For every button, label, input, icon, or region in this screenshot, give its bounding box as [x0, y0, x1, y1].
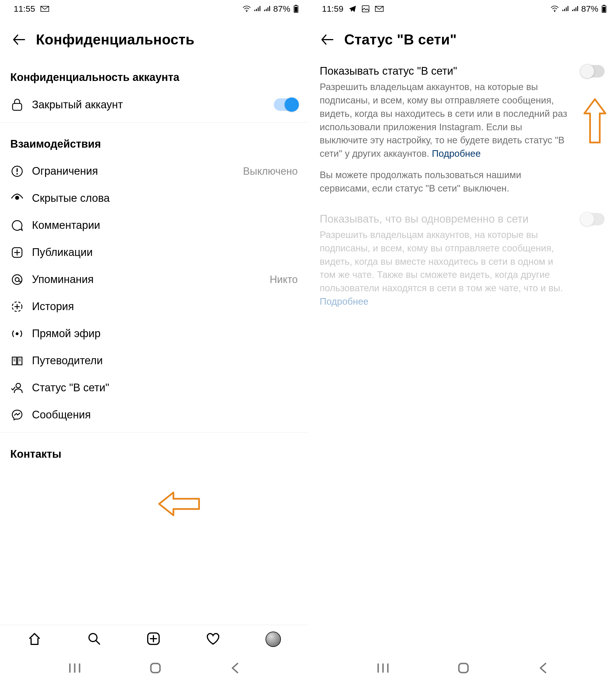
svg-rect-4: [13, 104, 22, 110]
back-icon[interactable]: [320, 32, 334, 47]
svg-point-0: [246, 11, 247, 12]
system-nav-bar: [0, 653, 308, 684]
svg-point-10: [12, 275, 22, 284]
signal-icon: [562, 5, 569, 12]
show-activity-toggle[interactable]: [581, 65, 604, 77]
nav-search-icon[interactable]: [87, 631, 102, 647]
row-hidden-words[interactable]: Скрытые слова: [0, 185, 308, 212]
row-live[interactable]: Прямой эфир: [0, 320, 308, 347]
system-nav-bar: [308, 653, 616, 684]
eye-hidden-icon: [10, 193, 24, 203]
back-icon[interactable]: [12, 32, 26, 47]
at-icon: [10, 274, 24, 286]
gmail-icon: [375, 5, 384, 12]
signal-icon: [254, 5, 261, 12]
signal-icon: [264, 5, 270, 12]
battery-text: 87%: [273, 4, 290, 14]
svg-rect-2: [294, 7, 298, 12]
svg-point-7: [17, 173, 18, 175]
restrictions-value: Выключено: [243, 165, 298, 177]
row-private-account[interactable]: Закрытый аккаунт: [0, 91, 308, 118]
divider: [0, 432, 308, 433]
row-activity-status[interactable]: Статус "В сети": [0, 374, 308, 401]
battery-icon: [601, 4, 607, 13]
sys-recents-icon[interactable]: [68, 662, 81, 675]
nav-create-icon[interactable]: [146, 632, 160, 647]
image-icon: [361, 5, 370, 13]
show-activity-title: Показывать статус "В сети": [320, 65, 575, 77]
svg-point-14: [16, 383, 21, 388]
show-activity-desc2: Вы можете продолжать пользоваться нашими…: [320, 168, 571, 195]
nav-profile-avatar[interactable]: [265, 632, 281, 647]
messenger-icon: [10, 409, 24, 421]
show-together-toggle: [581, 213, 604, 225]
more-link: Подробнее: [320, 296, 369, 307]
section-account-title: Конфиденциальность аккаунта: [0, 60, 308, 91]
svg-point-8: [15, 196, 19, 200]
app-nav-bar: [0, 625, 308, 653]
page-title: Конфиденциальность: [36, 31, 195, 48]
setting-show-activity-status: Показывать статус "В сети" Разрешить вла…: [308, 60, 616, 198]
svg-rect-23: [459, 663, 468, 672]
show-together-title: Показывать, что вы одновременно в сети: [320, 213, 575, 225]
section-interactions-title: Взаимодействия: [0, 127, 308, 158]
setting-show-together: Показывать, что вы одновременно в сети Р…: [308, 208, 616, 311]
wifi-icon: [550, 5, 559, 12]
svg-point-11: [15, 278, 19, 281]
svg-rect-22: [603, 5, 605, 6]
annotation-arrow-up: [582, 97, 608, 145]
sys-home-icon[interactable]: [457, 662, 470, 676]
nav-home-icon[interactable]: [27, 631, 42, 647]
svg-point-19: [554, 11, 555, 12]
mentions-value: Никто: [270, 274, 298, 286]
alert-circle-icon: [10, 165, 24, 177]
clock: 11:55: [14, 4, 35, 14]
show-together-desc: Разрешить владельцам аккаунтов, на котор…: [320, 228, 571, 309]
svg-rect-6: [17, 168, 18, 172]
lock-icon: [10, 98, 24, 111]
comment-icon: [10, 220, 24, 231]
svg-rect-17: [151, 663, 160, 672]
row-restrictions[interactable]: Ограничения Выключено: [0, 158, 308, 185]
private-account-label: Закрытый аккаунт: [32, 99, 266, 111]
signal-icon: [572, 5, 578, 12]
sys-back-icon[interactable]: [229, 662, 240, 676]
svg-point-13: [16, 332, 19, 335]
status-bar: 11:59 87%: [308, 0, 616, 18]
status-bar: 11:55 87%: [0, 0, 308, 18]
row-mentions[interactable]: Упоминания Никто: [0, 266, 308, 293]
row-messages[interactable]: Сообщения: [0, 401, 308, 428]
annotation-arrow-left: [156, 489, 202, 518]
activity-status-icon: [10, 382, 24, 393]
battery-icon: [293, 4, 299, 13]
guides-icon: [10, 356, 24, 366]
privacy-screen: 11:55 87% Конфиденциальность Конфиденциа…: [0, 0, 308, 684]
screen-header: Статус "В сети": [308, 18, 616, 60]
live-icon: [10, 329, 24, 339]
row-story[interactable]: История: [0, 293, 308, 320]
plus-square-icon: [10, 247, 24, 258]
svg-rect-3: [295, 5, 297, 6]
screen-header: Конфиденциальность: [0, 18, 308, 60]
divider: [0, 122, 308, 122]
telegram-icon: [349, 5, 356, 13]
row-guides[interactable]: Путеводители: [0, 347, 308, 374]
sys-recents-icon[interactable]: [376, 662, 390, 675]
nav-activity-icon[interactable]: [205, 632, 221, 647]
gmail-icon: [40, 5, 49, 12]
clock: 11:59: [322, 4, 343, 14]
story-plus-icon: [10, 301, 24, 313]
section-contacts-title: Контакты: [0, 437, 308, 468]
wifi-icon: [242, 5, 251, 12]
svg-rect-21: [602, 7, 606, 12]
row-comments[interactable]: Комментарии: [0, 212, 308, 239]
more-link[interactable]: Подробнее: [432, 148, 481, 159]
battery-text: 87%: [581, 4, 598, 14]
sys-back-icon[interactable]: [537, 662, 548, 676]
page-title: Статус "В сети": [344, 31, 457, 48]
activity-status-screen: 11:59 87% Статус "В сети" Показывать ста…: [308, 0, 616, 684]
show-activity-desc: Разрешить владельцам аккаунтов, на котор…: [320, 81, 571, 160]
sys-home-icon[interactable]: [149, 662, 162, 676]
private-account-toggle[interactable]: [274, 98, 298, 111]
row-posts[interactable]: Публикации: [0, 239, 308, 266]
